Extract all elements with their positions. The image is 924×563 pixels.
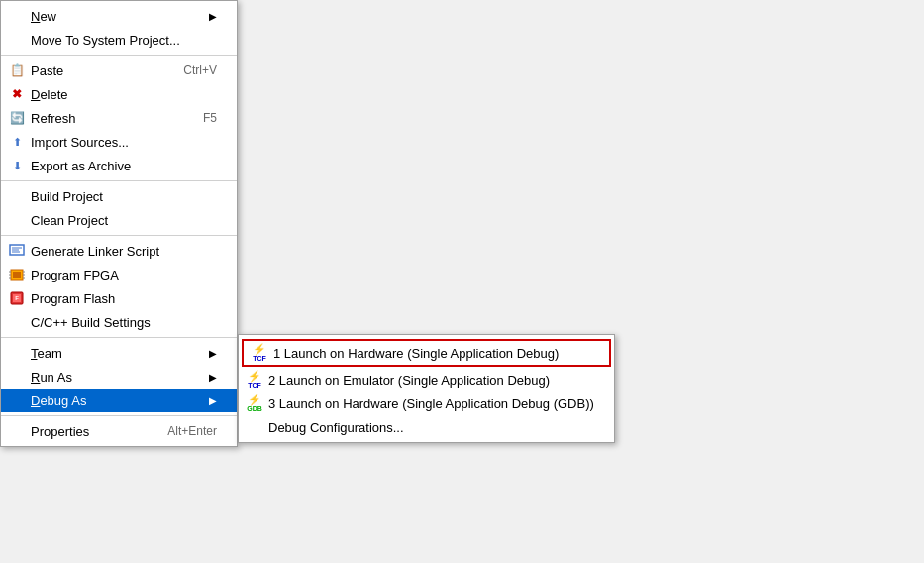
submenu-item-launch-emulator[interactable]: ⚡ TCF 2 Launch on Emulator (Single Appli… bbox=[239, 368, 614, 392]
run-icon bbox=[7, 369, 27, 385]
menu-item-debug-as[interactable]: Debug As ▶ bbox=[1, 389, 237, 412]
move-icon bbox=[7, 32, 27, 48]
refresh-label: Refresh bbox=[31, 111, 173, 126]
debug-label: Debug As bbox=[31, 394, 199, 408]
debug-configs-icon bbox=[245, 419, 264, 435]
import-label: Import Sources... bbox=[31, 135, 217, 150]
separator-3 bbox=[1, 235, 237, 236]
menu-item-paste[interactable]: 📋 Paste Ctrl+V bbox=[1, 58, 237, 82]
menu-item-flash[interactable]: F Program Flash bbox=[1, 286, 237, 310]
debug-configs-label: Debug Configurations... bbox=[268, 420, 594, 435]
debug-arrow: ▶ bbox=[209, 395, 217, 406]
menu-item-build[interactable]: Build Project bbox=[1, 184, 237, 208]
properties-icon bbox=[7, 423, 27, 439]
build-icon bbox=[7, 188, 27, 204]
cpp-label: C/C++ Build Settings bbox=[31, 315, 217, 330]
separator-4 bbox=[1, 337, 237, 338]
svg-text:F: F bbox=[15, 295, 19, 301]
import-icon: ⬆ bbox=[7, 134, 27, 150]
menu-item-run-as[interactable]: Run As ▶ bbox=[1, 365, 237, 389]
flash-label: Program Flash bbox=[31, 291, 217, 306]
separator-2 bbox=[1, 180, 237, 181]
separator-5 bbox=[1, 415, 237, 416]
fpga-label: Program FPGA bbox=[31, 268, 217, 282]
menu-item-clean[interactable]: Clean Project bbox=[1, 208, 237, 232]
menu-item-team[interactable]: Team ▶ bbox=[1, 341, 237, 365]
menu-item-new[interactable]: New ▶ bbox=[1, 4, 237, 28]
submenu-item-launch-hardware-gdb[interactable]: ⚡ GDB 3 Launch on Hardware (Single Appli… bbox=[239, 392, 614, 415]
refresh-shortcut: F5 bbox=[203, 111, 217, 125]
launch-emulator-label: 2 Launch on Emulator (Single Application… bbox=[268, 373, 594, 388]
launch-hardware-label: 1 Launch on Hardware (Single Application… bbox=[273, 346, 589, 361]
linker-icon bbox=[7, 243, 27, 259]
export-label: Export as Archive bbox=[31, 159, 217, 173]
refresh-icon: 🔄 bbox=[7, 110, 27, 126]
menu-item-linker[interactable]: Generate Linker Script bbox=[1, 239, 237, 263]
separator-1 bbox=[1, 55, 237, 56]
tcf-icon-1: ⚡ TCF bbox=[250, 345, 269, 361]
new-arrow: ▶ bbox=[209, 11, 217, 22]
paste-label: Paste bbox=[31, 63, 154, 78]
export-icon: ⬇ bbox=[7, 158, 27, 173]
submenu-item-launch-hardware[interactable]: ⚡ TCF 1 Launch on Hardware (Single Appli… bbox=[242, 339, 611, 367]
delete-label: Delete bbox=[31, 87, 217, 102]
team-icon bbox=[7, 345, 27, 361]
menu-item-cpp[interactable]: C/C++ Build Settings bbox=[1, 310, 237, 334]
fpga-icon bbox=[7, 267, 27, 282]
context-menu: New ▶ Move To System Project... 📋 Paste … bbox=[0, 0, 238, 447]
gdb-icon: ⚡ GDB bbox=[245, 395, 264, 411]
clean-label: Clean Project bbox=[31, 213, 217, 228]
new-label: New bbox=[31, 9, 199, 24]
team-arrow: ▶ bbox=[209, 348, 217, 359]
build-label: Build Project bbox=[31, 189, 217, 204]
menu-item-export[interactable]: ⬇ Export as Archive bbox=[1, 154, 237, 177]
team-label: Team bbox=[31, 346, 199, 361]
run-label: Run As bbox=[31, 370, 199, 385]
cpp-icon bbox=[7, 314, 27, 330]
flash-icon: F bbox=[7, 290, 27, 306]
debug-icon bbox=[7, 393, 27, 408]
menu-item-delete[interactable]: ✖ Delete bbox=[1, 82, 237, 106]
menu-item-fpga[interactable]: Program FPGA bbox=[1, 263, 237, 286]
properties-shortcut: Alt+Enter bbox=[167, 424, 217, 438]
new-icon bbox=[7, 8, 27, 24]
menu-item-import[interactable]: ⬆ Import Sources... bbox=[1, 130, 237, 154]
tcf-icon-2: ⚡ TCF bbox=[245, 372, 264, 388]
properties-label: Properties bbox=[31, 424, 138, 439]
menu-item-refresh[interactable]: 🔄 Refresh F5 bbox=[1, 106, 237, 130]
linker-label: Generate Linker Script bbox=[31, 244, 217, 259]
submenu-item-debug-configs[interactable]: Debug Configurations... bbox=[239, 415, 614, 439]
context-menu-wrapper: New ▶ Move To System Project... 📋 Paste … bbox=[0, 0, 238, 447]
menu-item-properties[interactable]: Properties Alt+Enter bbox=[1, 419, 237, 443]
clean-icon bbox=[7, 212, 27, 228]
paste-icon: 📋 bbox=[7, 62, 27, 78]
menu-item-move-to-system[interactable]: Move To System Project... bbox=[1, 28, 237, 52]
launch-hardware-gdb-label: 3 Launch on Hardware (Single Application… bbox=[268, 396, 594, 411]
move-label: Move To System Project... bbox=[31, 33, 217, 48]
paste-shortcut: Ctrl+V bbox=[183, 63, 217, 77]
debug-as-submenu: ⚡ TCF 1 Launch on Hardware (Single Appli… bbox=[238, 334, 615, 443]
svg-rect-5 bbox=[13, 272, 21, 278]
delete-icon: ✖ bbox=[7, 86, 27, 102]
run-arrow: ▶ bbox=[209, 372, 217, 383]
